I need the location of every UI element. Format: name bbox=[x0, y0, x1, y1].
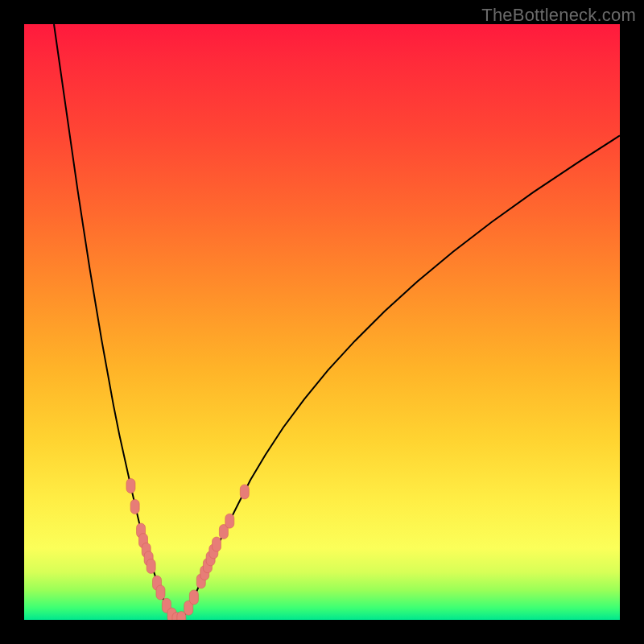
data-marker bbox=[225, 514, 234, 528]
chart-frame: TheBottleneck.com bbox=[0, 0, 644, 644]
data-marker bbox=[189, 590, 198, 605]
watermark-text: TheBottleneck.com bbox=[481, 5, 636, 26]
data-marker bbox=[213, 537, 221, 551]
data-marker bbox=[156, 585, 165, 600]
plot-svg bbox=[24, 24, 620, 620]
data-marker bbox=[130, 499, 139, 514]
data-marker bbox=[126, 479, 135, 493]
left-curve bbox=[54, 24, 174, 619]
plot-area bbox=[24, 24, 620, 620]
data-marker bbox=[240, 485, 249, 499]
marker-group bbox=[126, 479, 249, 621]
data-marker bbox=[147, 559, 155, 573]
right-curve bbox=[182, 135, 620, 618]
